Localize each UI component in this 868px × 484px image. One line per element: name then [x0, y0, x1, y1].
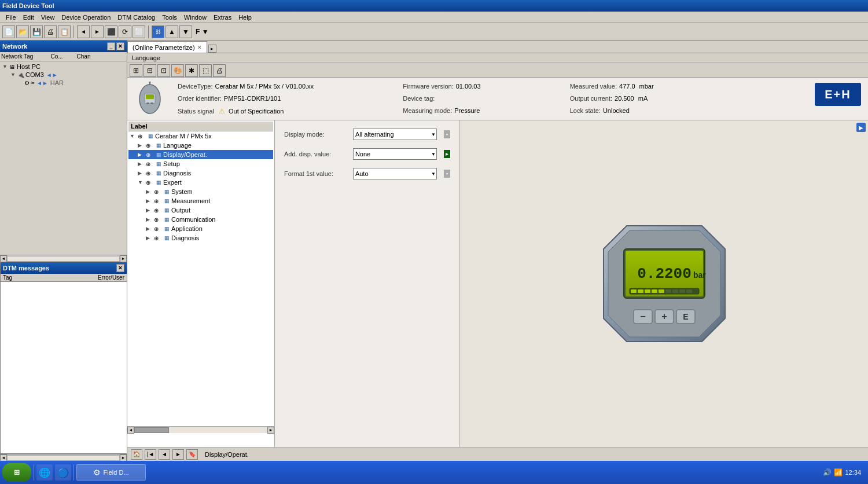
- rt-btn6[interactable]: ⬚: [199, 64, 212, 77]
- network-minimize-btn[interactable]: _: [107, 42, 115, 50]
- tree-scroll-left[interactable]: ◄: [127, 427, 134, 434]
- cerabar-label: Cerabar M / PMx 5x: [155, 133, 212, 140]
- tree-item-diagnosis1[interactable]: ▶ ⊕ ▦ Diagnosis: [128, 168, 273, 178]
- menu-extras[interactable]: Extras: [210, 14, 235, 21]
- device-fields-grid: DeviceType: Cerabar M 5x / PMx 5x / V01.…: [178, 83, 861, 115]
- application-grid-icon: ▦: [164, 226, 170, 232]
- format-select[interactable]: Auto Fixed Exponential: [353, 168, 437, 179]
- format-info-icon[interactable]: ▪: [444, 170, 450, 178]
- tree-item-output[interactable]: ▶ ⊕ ▦ Output: [128, 206, 273, 215]
- toolbar-connect[interactable]: ⛓: [152, 25, 164, 38]
- menu-tools[interactable]: Tools: [159, 14, 181, 21]
- nav-prev-first-btn[interactable]: |◄: [145, 449, 156, 460]
- tree-item-communication[interactable]: ▶ ⊕ ▦ Communication: [128, 215, 273, 224]
- menu-file[interactable]: File: [2, 14, 20, 21]
- nav-bookmark-btn[interactable]: 🔖: [186, 449, 198, 460]
- tree-scroll-right[interactable]: ►: [267, 427, 274, 434]
- dtm-header: DTM messages ✕: [1, 262, 127, 274]
- eh-logo: E+H: [815, 83, 861, 106]
- toolbar-btn13[interactable]: ▼: [179, 25, 192, 38]
- toolbar-btn10[interactable]: ⬜: [133, 25, 145, 38]
- scroll-left-btn2[interactable]: ◄: [0, 454, 7, 461]
- com3-arrow: ◄►: [46, 72, 58, 78]
- expert-node-icon: ⊕: [146, 179, 155, 186]
- measured-value: 477.0: [619, 83, 635, 90]
- menu-device-operation[interactable]: Device Operation: [58, 14, 114, 21]
- tree-item-display[interactable]: ▶ ⊕ ▦ Display/Operat.: [128, 150, 273, 159]
- setup-node-icon: ⊕: [146, 161, 155, 167]
- nav-next-btn[interactable]: ►: [172, 449, 184, 460]
- toolbar-save[interactable]: 💾: [30, 25, 43, 38]
- scroll-right-btn2[interactable]: ►: [120, 454, 127, 461]
- toolbar-new[interactable]: 📄: [2, 25, 15, 38]
- tree-device[interactable]: ⚙ ≈ ◄► HAR: [1, 79, 126, 87]
- rt-btn7[interactable]: 🖨: [213, 64, 226, 77]
- tab-close-icon[interactable]: ✕: [197, 45, 202, 50]
- toolbar-btn7[interactable]: ►: [91, 25, 104, 38]
- tree-item-system[interactable]: ▶ ⊕ ▦ System: [128, 187, 273, 196]
- expand-system: ▶: [146, 189, 154, 195]
- display-mode-info-icon[interactable]: ▪: [444, 130, 450, 138]
- network-tree: ▼ 🖥 Host PC ▼ 🔌 COM3 ◄► ⚙ ≈ ◄► HAR: [0, 61, 127, 255]
- svg-rect-14: [631, 289, 637, 293]
- display-mode-select[interactable]: All alternating 1st value only 2nd value…: [353, 129, 437, 140]
- tree-com3[interactable]: ▼ 🔌 COM3 ◄►: [1, 71, 126, 79]
- rt-btn2[interactable]: ⊟: [144, 64, 156, 77]
- tree-h-scroll[interactable]: ◄ ►: [127, 426, 275, 433]
- rt-btn3[interactable]: ⊡: [157, 64, 170, 77]
- device-svg-icon: [134, 82, 166, 116]
- svg-rect-18: [659, 289, 664, 293]
- menu-edit[interactable]: Edit: [20, 14, 38, 21]
- tree-item-diagnosis2[interactable]: ▶ ⊕ ▦ Diagnosis: [128, 233, 273, 243]
- device-type-value: Cerabar M 5x / PMx 5x / V01.00.xx: [215, 83, 314, 90]
- add-disp-select[interactable]: None Bar graph Min/Max: [353, 148, 437, 160]
- expand-language: ▶: [138, 142, 146, 148]
- tree-item-expert[interactable]: ▼ ⊕ ▦ Expert: [128, 178, 273, 187]
- taskbar-app-btn[interactable]: ⚙ Field D...: [76, 464, 146, 481]
- start-button[interactable]: ⊞: [2, 463, 31, 482]
- taskbar-separator: [34, 464, 34, 481]
- application-node-icon: ⊕: [154, 226, 163, 232]
- tree-item-measurement[interactable]: ▶ ⊕ ▦ Measurement: [128, 196, 273, 206]
- display-item-label: Display/Operat.: [163, 151, 207, 158]
- rt-btn1[interactable]: ⊞: [130, 64, 142, 77]
- bottom-h-scroll[interactable]: ◄ ►: [0, 454, 127, 461]
- dtm-close-btn[interactable]: ✕: [116, 264, 124, 272]
- menu-help[interactable]: Help: [235, 14, 255, 21]
- svg-rect-17: [652, 289, 657, 293]
- toolbar-print[interactable]: 🖨: [44, 25, 57, 38]
- tree-item-cerabar[interactable]: ▼ ⊕ ▦ Cerabar M / PMx 5x: [128, 131, 273, 141]
- tab-extra[interactable]: ▸: [208, 45, 216, 53]
- network-h-scroll[interactable]: ◄ ►: [0, 255, 127, 262]
- tree-item-setup[interactable]: ▶ ⊕ ▦ Setup: [128, 159, 273, 168]
- menu-window[interactable]: Window: [181, 14, 210, 21]
- toolbar-btn5[interactable]: 📋: [58, 25, 71, 38]
- taskbar-browser-icon[interactable]: 🔵: [55, 464, 71, 481]
- nav-home-btn[interactable]: 🏠: [131, 449, 142, 460]
- svg-text:E: E: [683, 312, 688, 321]
- toolbar-btn9[interactable]: ⟳: [119, 25, 131, 38]
- scroll-left-btn[interactable]: ◄: [0, 255, 7, 262]
- toolbar-btn6[interactable]: ◄: [77, 25, 90, 38]
- tree-item-application[interactable]: ▶ ⊕ ▦ Application: [128, 224, 273, 233]
- rt-btn5[interactable]: ✱: [185, 64, 198, 77]
- order-field: Order identifier: PMP51-CDKR1/101: [178, 95, 385, 102]
- toolbar-open[interactable]: 📂: [16, 25, 29, 38]
- rt-btn4[interactable]: 🎨: [171, 64, 184, 77]
- scroll-right-btn[interactable]: ►: [120, 255, 127, 262]
- menu-view[interactable]: View: [38, 14, 58, 21]
- toolbar-btn8[interactable]: ⬛: [105, 25, 117, 38]
- nav-prev-btn[interactable]: ◄: [159, 449, 170, 460]
- menu-dtm-catalog[interactable]: DTM Catalog: [114, 14, 159, 21]
- add-disp-select-wrapper: None Bar graph Min/Max ▼: [353, 148, 437, 160]
- output-unit: mA: [638, 95, 648, 102]
- tab-online-parameterize[interactable]: (Online Parameterize) ✕: [127, 41, 207, 53]
- network-close-btn[interactable]: ✕: [116, 42, 124, 50]
- taskbar-ie-icon[interactable]: 🌐: [36, 464, 53, 481]
- output-grid-icon: ▦: [164, 207, 170, 213]
- toolbar-btn12[interactable]: ▲: [165, 25, 178, 38]
- tree-host-pc[interactable]: ▼ 🖥 Host PC: [1, 63, 126, 71]
- tree-item-language[interactable]: ▶ ⊕ ▦ Language: [128, 141, 273, 150]
- display-grid-icon: ▦: [156, 152, 161, 157]
- add-disp-info-icon[interactable]: ▸: [444, 150, 450, 158]
